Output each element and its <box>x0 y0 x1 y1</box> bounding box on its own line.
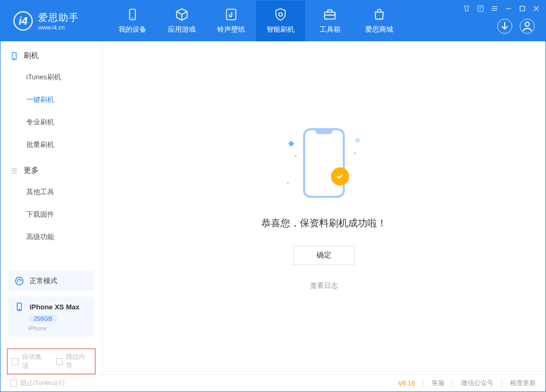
svg-rect-5 <box>520 6 525 11</box>
device-type: iPhone <box>28 325 88 331</box>
success-illustration <box>278 125 370 201</box>
phone-icon <box>14 302 24 312</box>
svg-rect-2 <box>226 9 235 20</box>
mode-label: 正常模式 <box>29 276 57 286</box>
checkbox-auto-activate[interactable]: 自动激活 <box>12 352 47 371</box>
toolbox-icon <box>323 8 337 21</box>
divider: | <box>423 380 424 387</box>
cube-icon <box>175 8 189 21</box>
phone-outline-icon <box>303 128 345 198</box>
shopping-bag-icon <box>372 8 386 21</box>
app-subtitle: www.i4.cn <box>38 24 79 31</box>
tab-ringtones-wallpapers[interactable]: 铃声壁纸 <box>206 1 256 41</box>
section-label: 刷机 <box>24 51 39 61</box>
support-link[interactable]: 客服 <box>432 379 445 388</box>
sidebar-item-advanced[interactable]: 高级功能 <box>1 226 102 248</box>
checkbox-box-icon <box>12 358 19 365</box>
tshirt-icon[interactable] <box>463 5 470 12</box>
tab-label: 铃声壁纸 <box>217 25 245 34</box>
footer-right: V8.16 | 客服 | 微信公众号 | 检查更新 <box>398 379 536 388</box>
version-label: V8.16 <box>398 380 415 387</box>
app-title: 爱思助手 <box>38 11 79 24</box>
svg-point-9 <box>16 277 23 285</box>
tab-toolbox[interactable]: 工具箱 <box>305 1 355 41</box>
view-log-link[interactable]: 查看日志 <box>310 281 338 291</box>
tab-smart-flash[interactable]: 智能刷机 <box>256 1 305 41</box>
sidebar-item-batch-flash[interactable]: 批量刷机 <box>1 134 102 156</box>
app-logo-icon: i4 <box>13 11 33 31</box>
checkbox-label: 自动激活 <box>22 352 47 371</box>
logo-text: 爱思助手 www.i4.cn <box>38 11 79 31</box>
sidebar-section-flash: 刷机 <box>1 41 102 66</box>
maximize-icon[interactable] <box>519 5 526 12</box>
sparkle-icon <box>355 137 360 143</box>
checkbox-skip-guide[interactable]: 跳过向导 <box>56 352 91 371</box>
sparkle-icon <box>286 182 289 184</box>
sidebar: 刷机 iTunes刷机 一键刷机 专业刷机 批量刷机 更多 其他工具 下载固件 … <box>1 41 102 374</box>
tab-label: 我的设备 <box>119 25 146 34</box>
device-capacity: 256GB <box>28 315 57 322</box>
device-card[interactable]: iPhone XS Max 256GB iPhone <box>8 297 94 337</box>
tab-label: 应用游戏 <box>168 25 196 34</box>
feedback-icon[interactable] <box>477 5 484 12</box>
nav-tabs: 我的设备 应用游戏 铃声壁纸 智能刷机 工具箱 爱思商城 <box>108 1 404 41</box>
sidebar-item-onekey-flash[interactable]: 一键刷机 <box>1 88 102 111</box>
tab-label: 智能刷机 <box>267 25 294 34</box>
device-name: iPhone XS Max <box>29 303 79 311</box>
checkbox-label: 跳过向导 <box>66 352 91 371</box>
sparkle-icon <box>288 140 294 146</box>
sidebar-item-download-firmware[interactable]: 下载固件 <box>1 203 102 226</box>
svg-rect-4 <box>478 6 484 12</box>
refresh-icon <box>14 276 24 286</box>
tab-my-device[interactable]: 我的设备 <box>108 1 157 41</box>
tab-apps-games[interactable]: 应用游戏 <box>157 1 206 41</box>
sparkle-icon <box>354 152 356 154</box>
tab-store[interactable]: 爱思商城 <box>355 1 404 41</box>
phone-icon <box>10 52 18 60</box>
header: i4 爱思助手 www.i4.cn 我的设备 应用游戏 铃声壁纸 智能刷机 工具… <box>1 1 545 41</box>
device-icon <box>126 8 139 21</box>
checkbox-box-icon <box>10 380 17 387</box>
checkbox-block-itunes[interactable]: 阻止iTunes运行 <box>10 379 65 388</box>
sidebar-item-other-tools[interactable]: 其他工具 <box>1 181 102 203</box>
success-message: 恭喜您，保资料刷机成功啦！ <box>261 217 387 230</box>
ok-button[interactable]: 确定 <box>293 246 355 265</box>
svg-rect-3 <box>324 12 335 19</box>
highlighted-checkbox-row: 自动激活 跳过向导 <box>7 349 95 374</box>
list-icon <box>10 167 18 175</box>
svg-point-6 <box>525 22 529 26</box>
shield-refresh-icon <box>274 8 287 21</box>
svg-point-8 <box>14 58 14 58</box>
sidebar-section-more: 更多 <box>1 156 102 181</box>
tab-label: 工具箱 <box>320 25 341 34</box>
wechat-link[interactable]: 微信公众号 <box>461 379 493 388</box>
divider: | <box>501 380 503 387</box>
music-note-icon <box>224 8 238 21</box>
checkbox-label: 阻止iTunes运行 <box>20 379 65 388</box>
download-button[interactable] <box>497 19 512 34</box>
close-icon[interactable] <box>533 5 540 12</box>
header-actions <box>497 19 535 34</box>
tab-label: 爱思商城 <box>365 25 393 34</box>
divider: | <box>452 380 454 387</box>
sidebar-item-itunes-flash[interactable]: iTunes刷机 <box>1 66 102 88</box>
logo-area: i4 爱思助手 www.i4.cn <box>1 11 108 31</box>
user-button[interactable] <box>520 19 535 34</box>
success-check-icon <box>331 167 349 186</box>
minimize-icon[interactable] <box>505 5 512 12</box>
sidebar-bottom: 正常模式 iPhone XS Max 256GB iPhone <box>1 271 102 344</box>
main-content: 恭喜您，保资料刷机成功啦！ 确定 查看日志 <box>102 41 545 374</box>
section-label: 更多 <box>24 166 39 175</box>
check-update-link[interactable]: 检查更新 <box>510 379 536 388</box>
mode-card[interactable]: 正常模式 <box>8 271 94 291</box>
window-controls <box>463 5 540 12</box>
checkbox-box-icon <box>56 358 63 365</box>
sidebar-item-pro-flash[interactable]: 专业刷机 <box>1 111 102 134</box>
footer: 阻止iTunes运行 V8.16 | 客服 | 微信公众号 | 检查更新 <box>1 374 545 391</box>
sparkle-icon <box>294 155 297 157</box>
svg-point-1 <box>132 17 133 18</box>
menu-icon[interactable] <box>491 5 498 12</box>
body: 刷机 iTunes刷机 一键刷机 专业刷机 批量刷机 更多 其他工具 下载固件 … <box>1 41 545 374</box>
svg-point-11 <box>19 309 19 309</box>
